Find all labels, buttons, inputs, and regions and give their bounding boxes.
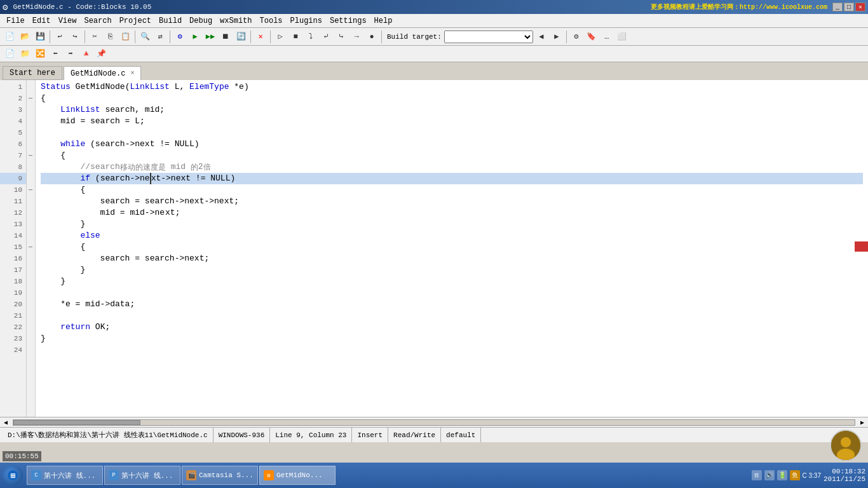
save-btn[interactable]: 💾 (33, 30, 47, 44)
menu-settings[interactable]: Settings (326, 15, 370, 27)
code-line-11: search = search->next->next; (41, 196, 863, 207)
line-num-18: 18 (0, 276, 26, 287)
abort-btn[interactable]: ✕ (254, 30, 268, 44)
taskbar-label-4: GetMidNo... (276, 471, 323, 479)
title-bar-left: ⚙ GetMidNode.c - Code::Blocks 10.05 (3, 2, 151, 13)
window-controls[interactable]: _ □ ✕ (832, 3, 865, 11)
tab-start-here[interactable]: Start here (3, 66, 62, 80)
taskbar-icon-3: 🎬 (186, 470, 196, 480)
fold-12 (27, 207, 34, 219)
code-line-3: LinkList search, mid; (41, 104, 863, 116)
next-inst-btn[interactable]: → (349, 30, 363, 44)
sep6 (270, 30, 271, 43)
tb2-btn1[interactable]: 📄 (3, 47, 17, 61)
code-line-17: } (41, 264, 863, 276)
tb2-btn6[interactable]: 🔺 (79, 47, 93, 61)
menu-edit[interactable]: Edit (29, 15, 55, 27)
sep7 (381, 30, 382, 43)
toggle-break-btn[interactable]: ● (365, 30, 379, 44)
scroll-thumb[interactable] (13, 420, 140, 425)
start-button[interactable]: ⊞ (3, 465, 23, 485)
more-btn[interactable]: … (600, 30, 614, 44)
taskbar-btn-3[interactable]: 🎬 Camtasia S... (182, 466, 258, 485)
fold-7[interactable]: ─ (27, 150, 34, 161)
tb2-btn2[interactable]: 📁 (18, 47, 32, 61)
build-target-prev[interactable]: ◀ (534, 30, 548, 44)
window-btn[interactable]: ⬜ (615, 30, 629, 44)
redo-btn[interactable]: ↪ (68, 30, 82, 44)
undo-btn[interactable]: ↩ (53, 30, 67, 44)
tb2-btn3[interactable]: 🔀 (33, 47, 47, 61)
style-status: default (441, 428, 481, 442)
sys-icon-msg: 鱼 (790, 470, 800, 480)
tb2-btn4[interactable]: ⬅ (48, 47, 62, 61)
taskbar-btn-2[interactable]: P 第十六讲 线... (104, 466, 180, 485)
build-target-select[interactable] (444, 30, 533, 43)
menu-tools[interactable]: Tools (256, 15, 287, 27)
fold-20 (27, 299, 34, 310)
cut-btn[interactable]: ✂ (88, 30, 102, 44)
scroll-right-btn[interactable]: ▶ (858, 419, 867, 426)
taskbar-btn-4[interactable]: ⚙ GetMidNo... (259, 466, 336, 485)
step-out-btn[interactable]: ⤷ (334, 30, 348, 44)
close-button[interactable]: ✕ (855, 3, 865, 11)
code-editor[interactable]: Status GetMidNode(LinkList L, ElemType *… (36, 80, 868, 417)
menu-file[interactable]: File (3, 15, 29, 27)
menu-search[interactable]: Search (80, 15, 115, 27)
fold-11 (27, 196, 34, 207)
fold-15[interactable]: ─ (27, 241, 34, 253)
menu-plugins[interactable]: Plugins (287, 15, 326, 27)
step-in-btn[interactable]: ⤶ (319, 30, 333, 44)
fold-18 (27, 276, 34, 287)
menu-wxsmith[interactable]: wxSmith (216, 15, 255, 27)
tab-close-icon[interactable]: × (130, 70, 134, 77)
debug-stop-btn[interactable]: ■ (288, 30, 302, 44)
debug-run-btn[interactable]: ▷ (273, 30, 287, 44)
filepath-status: D:\播客\数据结构和算法\第十六讲 线性表11\GetMidNode.c (3, 428, 214, 442)
build-target-next[interactable]: ▶ (550, 30, 564, 44)
tb2-btn5[interactable]: ➡ (64, 47, 78, 61)
compile-btn[interactable]: ⚙ (173, 30, 187, 44)
minimize-button[interactable]: _ (832, 3, 843, 11)
scroll-track[interactable] (13, 419, 855, 426)
tb2-btn7[interactable]: 📌 (94, 47, 108, 61)
watermark-text: 更多视频教程请上爱酷学习网：http://www.icoolxue.com (651, 3, 827, 11)
sep5 (250, 30, 251, 43)
search-btn[interactable]: 🔍 (138, 30, 152, 44)
copy-btn[interactable]: ⎘ (103, 30, 117, 44)
fold-10[interactable]: ─ (27, 184, 34, 196)
maximize-button[interactable]: □ (844, 3, 854, 11)
scroll-left-btn[interactable]: ◀ (1, 419, 10, 426)
fold-2[interactable]: ─ (27, 93, 34, 104)
clock-date: 2011/11/25 (824, 475, 865, 483)
stop-btn[interactable]: ⏹ (219, 30, 233, 44)
horizontal-scrollbar[interactable]: ◀ ▶ (0, 417, 868, 427)
fold-21 (27, 310, 34, 322)
code-line-14: else (41, 230, 863, 241)
line-num-22: 22 (0, 322, 26, 333)
menu-help[interactable]: Help (370, 15, 397, 27)
menu-debug[interactable]: Debug (186, 15, 216, 27)
default-panel-button[interactable]: 默认 (855, 241, 868, 252)
new-file-btn[interactable]: 📄 (3, 30, 17, 44)
open-btn[interactable]: 📂 (18, 30, 32, 44)
replace-btn[interactable]: ⇄ (153, 30, 167, 44)
step-over-btn[interactable]: ⤵ (304, 30, 318, 44)
menu-project[interactable]: Project (116, 15, 155, 27)
menu-view[interactable]: View (55, 15, 81, 27)
tab-getmidnode[interactable]: GetMidNode.c × (64, 66, 141, 80)
build-run-btn[interactable]: ▶▶ (203, 30, 217, 44)
paste-btn[interactable]: 📋 (118, 30, 132, 44)
taskbar-right: ⊟ 🔊 🔋 鱼 C 3:37 00:18:32 2011/11/25 (752, 468, 865, 483)
code-line-6: while (search->next != NULL) (41, 139, 863, 150)
line-num-16: 16 (0, 253, 26, 264)
code-line-12: mid = mid->next; (41, 207, 863, 219)
menu-build[interactable]: Build (155, 15, 186, 27)
settings-btn[interactable]: ⚙ (569, 30, 583, 44)
bookmarks-btn[interactable]: 🔖 (585, 30, 599, 44)
run-btn[interactable]: ▶ (188, 30, 202, 44)
taskbar-btn-1[interactable]: C 第十六讲 线... (27, 466, 103, 485)
code-line-18: } (41, 276, 863, 287)
rebuild-btn[interactable]: 🔄 (234, 30, 248, 44)
fold-16 (27, 253, 34, 264)
